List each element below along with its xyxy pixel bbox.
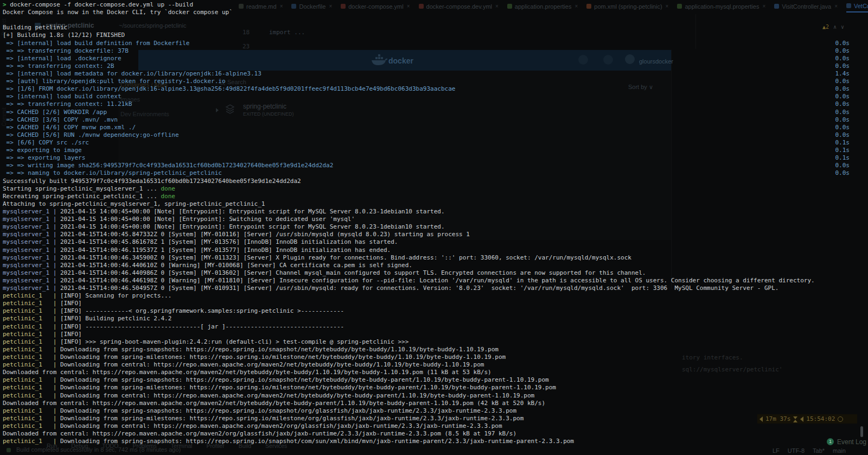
log-text: => CACHED [2/6] WORKDIR /app [3,109,107,116]
container-name-prefix: mysqlserver_1 | [3,247,60,254]
terminal-line: mysqlserver_1 | 2021-04-15T14:00:46.3459… [3,254,868,262]
terminal-line: petclinic_1 | Downloading from central: … [3,361,868,369]
done-status: done [161,193,175,200]
log-text: [INFO] Scanning for projects... [60,292,171,299]
log-text: [INFO] --------------------------------[… [60,323,344,330]
log-text: => [1/6] FROM docker.io/library/openjdk:… [3,85,455,92]
terminal-line: petclinic_1 | [INFO] Building petclinic … [3,315,868,323]
terminal-line: petclinic_1 | Downloading from central: … [3,392,868,400]
container-name-prefix: petclinic_1 | [3,353,60,361]
terminal-output[interactable]: > docker-compose -f docker-compose.dev.y… [3,1,868,455]
log-text: Downloaded from central: https://repo.ma… [3,369,492,376]
log-text: => => exporting layers [3,154,85,161]
build-step-duration: 0.0s [832,40,850,47]
container-name-prefix: petclinic_1 | [3,331,60,338]
log-text: [INFO] ------------< org.springframework… [60,307,344,314]
terminal-line: Recreating spring-petclinic_petclinic_1 … [3,193,868,200]
build-step-duration: 0.0s [832,169,850,177]
terminal-line: => CACHED [3/6] COPY .mvn/ .mvn0.0s [3,116,868,124]
build-step-duration: 0.0s [832,78,850,85]
log-text: => => transferring context: 2B [3,62,114,69]
build-step-duration: 0.0s [832,100,850,108]
log-text: 2021-04-15T14:00:46.440610Z 0 [Warning] … [60,262,412,269]
log-text: => [internal] load build definition from… [3,40,189,47]
log-text: Downloading from spring-snapshots: https… [60,346,499,353]
log-text: Downloaded from central: https://repo.ma… [3,430,516,437]
log-text: => [auth] library/openjdk:pull token for… [3,78,226,85]
terminal-line: petclinic_1 | Downloading from spring-sn… [3,407,868,415]
log-text: => => writing image sha256:9495379f7c0c4… [3,162,333,169]
log-text: Downloading from spring-snapshots: https… [60,438,574,445]
log-text: Attaching to spring-petclinic_mysqlserve… [3,200,265,207]
build-step-duration: 0.0s [832,93,850,100]
container-name-prefix: mysqlserver_1 | [3,254,60,261]
log-text: Downloading from spring-snapshots: https… [60,407,516,414]
log-text: 2021-04-15T14:00:46.446198Z 0 [Warning] … [60,277,815,284]
container-name-prefix: petclinic_1 | [3,438,60,445]
log-text: => => naming to docker.io/library/spring… [3,169,222,176]
log-text: 2021-04-15T14:00:46.345900Z 0 [System] [… [60,254,631,261]
log-text: [+] Building 1.8s (12/12) FINISHED [3,31,125,39]
build-step-duration: 0.0s [832,162,850,169]
log-text: 2021-04-15 14:00:45+00:00 [Note] [Entryp… [60,216,355,223]
build-step-duration: 1.4s [832,70,850,78]
log-text: => CACHED [3/6] COPY .mvn/ .mvn [3,116,118,123]
log-text: Docker Compose is now in the Docker CLI,… [3,9,233,16]
build-step-duration: 0.0s [832,85,850,93]
terminal-line: => [auth] library/openjdk:pull token for… [3,78,868,85]
terminal-line: => [6/6] COPY src ./src0.1s [3,139,868,147]
log-text: Downloading from central: https://repo.m… [60,392,534,399]
done-status: done [161,185,175,192]
log-text: [INFO] Building petclinic 2.4.2 [60,315,171,322]
terminal-line: => CACHED [4/6] COPY mvnw pom.xml ./0.0s [3,124,868,131]
log-text: Downloading from spring-snapshots: https… [60,376,549,383]
container-name-prefix: petclinic_1 | [3,384,60,391]
log-text: => [6/6] COPY src ./src [3,139,89,146]
terminal-line: mysqlserver_1 | 2021-04-15T14:00:46.4461… [3,277,868,285]
log-text: 2021-04-15T14:00:46.440986Z 0 [System] [… [60,269,646,276]
terminal-line: petclinic_1 | [INFO] >>> spring-boot-mav… [3,338,868,346]
log-text: Recreating spring-petclinic_petclinic_1 … [3,193,161,200]
terminal-line: => [1/6] FROM docker.io/library/openjdk:… [3,85,868,93]
terminal-line: mysqlserver_1 | 2021-04-15T14:00:46.1195… [3,247,868,254]
log-text: => CACHED [5/6] RUN ./mvnw dependency:go… [3,131,179,138]
log-text: 2021-04-15T14:00:45.847332Z 0 [System] [… [60,231,470,238]
container-name-prefix: mysqlserver_1 | [3,269,60,276]
build-step-duration: 0.0s [832,116,850,124]
terminal-line: petclinic_1 | Downloading from spring-mi… [3,384,868,391]
terminal-line: => => transferring context: 2B0.0s [3,62,868,70]
terminal-line: mysqlserver_1 | 2021-04-15T14:00:45.8473… [3,231,868,238]
container-name-prefix: petclinic_1 | [3,415,60,422]
log-text: => [internal] load .dockerignore [3,55,122,62]
log-text: 2021-04-15T14:00:45.861678Z 1 [System] [… [60,238,398,245]
container-name-prefix: mysqlserver_1 | [3,262,60,269]
terminal-line: petclinic_1 | [INFO] ------------< org.s… [3,307,868,315]
terminal-line: petclinic_1 | [INFO] -------------------… [3,323,868,331]
build-step-duration: 0.1s [832,154,850,162]
terminal-line: petclinic_1 | Downloading from central: … [3,422,868,430]
build-step-duration: 0.0s [832,109,850,116]
build-step-duration: 0.1s [832,139,850,147]
log-text: => [internal] load build context [3,93,122,100]
container-name-prefix: petclinic_1 | [3,307,60,314]
container-name-prefix: mysqlserver_1 | [3,216,60,223]
container-name-prefix: petclinic_1 | [3,292,60,299]
container-name-prefix: mysqlserver_1 | [3,231,60,238]
log-text: => => transferring dockerfile: 37B [3,47,129,54]
terminal-line: => => exporting layers0.1s [3,154,868,162]
log-text: docker-compose -f docker-compose.dev.yml… [10,1,193,8]
terminal-line: petclinic_1 | Downloading from spring-sn… [3,346,868,353]
terminal-line: mysqlserver_1 | 2021-04-15T14:00:45.8616… [3,238,868,246]
terminal-line: Attaching to spring-petclinic_mysqlserve… [3,200,868,208]
container-name-prefix: mysqlserver_1 | [3,238,60,245]
terminal-line: => [internal] load build context0.0s [3,93,868,100]
screen: readme.md×Dockerfile×docker-compose.yml×… [0,0,868,455]
log-text: Downloading from central: https://repo.m… [60,361,484,368]
log-text: [INFO] >>> spring-boot-maven-plugin:2.4.… [60,338,409,345]
terminal-line: => => writing image sha256:9495379f7c0c4… [3,162,868,169]
container-name-prefix: mysqlserver_1 | [3,285,60,292]
terminal-line [3,16,868,24]
terminal-line: Downloaded from central: https://repo.ma… [3,430,868,438]
container-name-prefix: petclinic_1 | [3,323,60,330]
container-name-prefix: petclinic_1 | [3,407,60,414]
